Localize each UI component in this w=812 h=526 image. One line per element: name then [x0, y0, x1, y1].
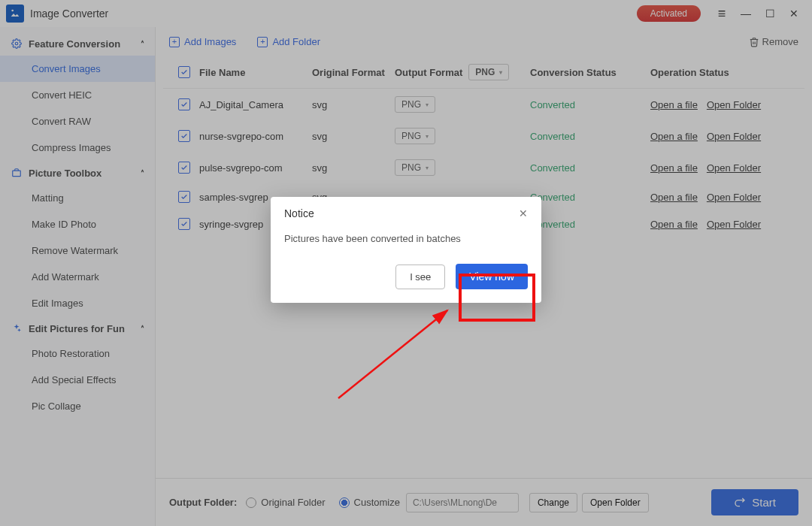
view-now-button[interactable]: View now — [456, 264, 528, 289]
i-see-button[interactable]: I see — [395, 265, 445, 289]
notice-modal: Notice ✕ Pictures have been converted in… — [271, 197, 541, 303]
modal-title: Notice — [284, 207, 314, 219]
modal-close-button[interactable]: ✕ — [519, 207, 528, 219]
app-root: Image Converter Activated ≡ — ☐ ✕ Featur… — [0, 0, 812, 526]
modal-message: Pictures have been converted in batches — [271, 227, 541, 264]
